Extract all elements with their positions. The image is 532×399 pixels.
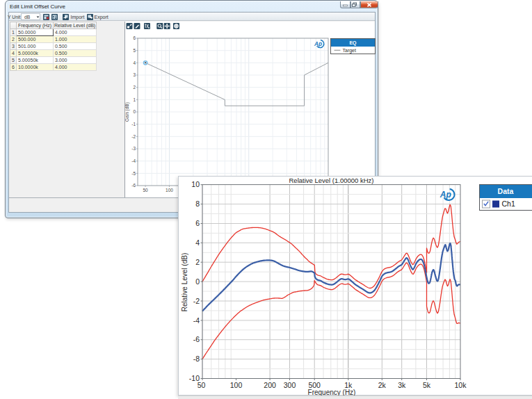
svg-text:-6: -6 xyxy=(131,183,136,188)
svg-text:50: 50 xyxy=(143,188,148,193)
svg-text:-6: -6 xyxy=(193,335,200,343)
svg-text:0: 0 xyxy=(133,109,136,114)
svg-text:-10: -10 xyxy=(189,374,200,382)
svg-text:2k: 2k xyxy=(378,381,387,389)
svg-text:4: 4 xyxy=(133,60,136,65)
svg-text:2: 2 xyxy=(195,258,200,266)
svg-text:4: 4 xyxy=(195,238,200,247)
svg-text:1: 1 xyxy=(133,97,136,102)
svg-text:-3: -3 xyxy=(131,146,136,151)
svg-text:Data: Data xyxy=(498,187,514,195)
svg-text:3k: 3k xyxy=(398,381,406,389)
svg-text:-5: -5 xyxy=(131,171,136,176)
svg-text:-1: -1 xyxy=(131,122,136,127)
svg-text:-2: -2 xyxy=(193,297,200,305)
svg-text:Ap: Ap xyxy=(440,190,451,200)
svg-text:-4: -4 xyxy=(131,158,136,163)
svg-text:Gain (dB): Gain (dB) xyxy=(125,102,130,122)
svg-text:-2: -2 xyxy=(131,134,136,139)
svg-text:Relative Level (dB): Relative Level (dB) xyxy=(181,253,188,311)
svg-text:Relative Level (1.00000 kHz): Relative Level (1.00000 kHz) xyxy=(289,177,374,184)
svg-text:200: 200 xyxy=(264,381,276,389)
svg-text:-8: -8 xyxy=(193,355,200,363)
svg-text:6: 6 xyxy=(195,219,200,227)
svg-text:2: 2 xyxy=(133,85,136,90)
svg-text:6: 6 xyxy=(133,35,136,40)
svg-text:100: 100 xyxy=(230,381,243,389)
svg-text:Ch1: Ch1 xyxy=(502,200,515,208)
svg-text:5k: 5k xyxy=(423,381,431,389)
svg-text:10: 10 xyxy=(191,180,200,188)
svg-text:10k: 10k xyxy=(455,381,467,389)
svg-text:8: 8 xyxy=(195,200,200,208)
svg-text:5: 5 xyxy=(133,48,136,53)
svg-text:0: 0 xyxy=(195,277,200,286)
svg-text:Ap: Ap xyxy=(314,40,322,47)
svg-text:3: 3 xyxy=(133,72,136,77)
svg-text:300: 300 xyxy=(284,381,296,389)
svg-text:Frequency (Hz): Frequency (Hz) xyxy=(308,389,356,396)
svg-text:Target: Target xyxy=(343,48,357,54)
svg-text:-4: -4 xyxy=(193,316,200,325)
svg-text:100: 100 xyxy=(166,188,173,193)
svg-text:EQ: EQ xyxy=(349,40,357,46)
